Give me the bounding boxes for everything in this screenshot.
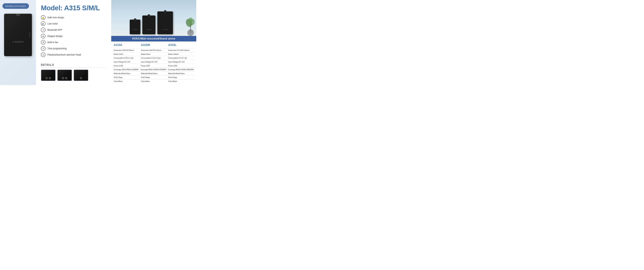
- spec-cell-dimension-l: Dimension:371*260*100mm: [167, 48, 195, 52]
- spec-cell-bottle-m: Bottle:500ml: [140, 52, 168, 56]
- feature-safe-lock-text: Safe lock design: [48, 16, 64, 19]
- spec-cell-nw-m: N.W:3.5kgs: [140, 76, 168, 79]
- fan-icon: ❋: [41, 40, 46, 45]
- spec-cell-nw-s: N.W:2.3kgs: [113, 76, 140, 79]
- specs-header-row: A315S A315M A315L: [113, 43, 195, 47]
- feature-timer-text: Time programming: [48, 47, 66, 50]
- plant-decoration-icon: [186, 15, 196, 36]
- spec-cell-power-s: Power:5.5W: [113, 64, 140, 68]
- spec-cell-bottle-s: Bottle:150ml: [113, 52, 140, 56]
- spec-row-power: Power:5.5W Power:10W Power:15W: [113, 64, 195, 68]
- details-section: DETAILS: [41, 63, 106, 81]
- hvac-banner-text: HVAC/Wall-mounted/Stand alone: [132, 37, 175, 40]
- timer-icon: ⏱: [41, 46, 46, 51]
- spec-cell-consumption-m: Consumption:0.13-2.5 g/h: [140, 56, 168, 60]
- thumb-detail-1: [46, 77, 51, 79]
- thumbnail-3: [74, 70, 88, 81]
- spec-cell-color-s: Color:Black: [113, 80, 140, 83]
- spec-cell-materials-m: Materials:Metal,Glass: [140, 72, 168, 75]
- spec-cell-voltage-l: Input Voltage:DC 12V: [167, 60, 195, 64]
- spec-row-coverage: Coverage:150m²/450m³/16000ft³ Coverage:5…: [113, 68, 195, 72]
- safe-lock-icon: 🔒: [41, 15, 46, 20]
- thumb-detail-2: [62, 77, 68, 79]
- brand-label: AROMA DIFFUSER: [6, 5, 26, 7]
- spec-cell-color-m: Color:Black: [140, 80, 168, 83]
- spec-cell-voltage-s: Input Voltage:DC 12V: [113, 60, 140, 64]
- spec-cell-bottle-l: Bottle:1000ml: [167, 52, 195, 56]
- spec-header-l: A315L: [167, 43, 195, 47]
- feature-timer: ⏱ Time programming: [41, 46, 106, 51]
- specs-table: A315S A315M A315L Dimension:188*90*250mm…: [111, 41, 196, 85]
- details-title: DETAILS: [41, 63, 106, 68]
- right-panel: ↺ SCENTА ↺ SCENTА ↺ SCENTА HVAC/Wall-mou…: [111, 0, 196, 85]
- device-small-logo: ↺ SCENTА: [132, 29, 138, 30]
- spec-cell-coverage-l: Coverage:800m²/2400m³/85000ft³: [167, 68, 195, 72]
- feature-low-noise: 🔉 Low noise: [41, 21, 106, 26]
- spec-cell-materials-s: Materials:Metal,Glass: [113, 72, 140, 75]
- brand-badge: AROMA DIFFUSER: [2, 3, 29, 9]
- thumb-circle: [62, 77, 64, 79]
- spec-cell-coverage-s: Coverage:150m²/450m³/16000ft³: [113, 68, 140, 72]
- product-image: ↺ SCENTА: [4, 14, 32, 56]
- device-medium: ↺ SCENTА: [142, 15, 156, 34]
- vent-line: [29, 34, 30, 34]
- device-medium-logo: ↺ SCENTА: [146, 29, 152, 30]
- feature-safe-lock: 🔒 Safe lock design: [41, 15, 106, 20]
- vent-line: [29, 37, 30, 37]
- spec-row-consumption: Consumption:0.05-1.2 g/h Consumption:0.1…: [113, 56, 195, 60]
- elegant-icon: ◈: [41, 34, 46, 38]
- thumb-circle: [80, 77, 82, 79]
- model-title: Model: A315 S/M/L: [41, 4, 106, 12]
- feature-atomizer-text: Plastic&Aluminum atomizer head: [48, 53, 81, 56]
- feature-fan: ❋ Built-in fan: [41, 40, 106, 45]
- spec-row-color: Color:Black Color:Black Color:Black: [113, 79, 195, 83]
- svg-point-4: [188, 17, 192, 23]
- spec-cell-nw-l: N.W:4.5kgs: [167, 76, 195, 79]
- hvac-banner: HVAC/Wall-mounted/Stand alone: [111, 36, 196, 41]
- bluetooth-icon: ✦: [41, 28, 46, 32]
- spec-cell-power-l: Power:15W: [167, 64, 195, 68]
- spec-row-bottle: Bottle:150ml Bottle:500ml Bottle:1000ml: [113, 52, 195, 56]
- thumb-detail-3: [80, 77, 82, 79]
- spec-cell-consumption-s: Consumption:0.05-1.2 g/h: [113, 56, 140, 60]
- vent-line: [29, 35, 30, 35]
- spec-cell-materials-l: Materials:Metal,Glass: [167, 72, 195, 75]
- feature-bluetooth: ✦ Bluetooth APP: [41, 28, 106, 32]
- spec-cell-consumption-l: Consumption:0.3-3.7 g/h: [167, 56, 195, 60]
- spec-cell-dimension-s: Dimension:188*90*250mm: [113, 48, 140, 52]
- page: AROMA DIFFUSER ↺ SCENTА Model: A315 S/M/…: [0, 0, 196, 85]
- low-noise-icon: 🔉: [41, 21, 46, 26]
- features-list: 🔒 Safe lock design 🔉 Low noise ✦ Bluetoo…: [41, 15, 106, 59]
- feature-elegant: ◈ Elegant design: [41, 34, 106, 38]
- feature-low-noise-text: Low noise: [48, 22, 58, 25]
- thumb-circle: [49, 77, 51, 79]
- thumbnail-2: [57, 70, 72, 81]
- thumbnail-1: [41, 70, 56, 81]
- atomizer-icon: ◎: [41, 52, 46, 57]
- feature-bluetooth-text: Bluetooth APP: [48, 28, 62, 31]
- device-small: ↺ SCENTА: [130, 20, 140, 34]
- vent-line: [29, 36, 30, 36]
- spec-cell-voltage-m: Input Voltage:DC 12V: [140, 60, 168, 64]
- thumb-circle: [65, 77, 68, 79]
- spec-cell-color-l: Color:Black: [167, 80, 195, 83]
- feature-elegant-text: Elegant design: [48, 35, 63, 37]
- product-vents: [29, 33, 30, 37]
- spec-header-s: A315S: [113, 43, 140, 47]
- left-panel: AROMA DIFFUSER ↺ SCENTА: [0, 0, 36, 85]
- spec-row-materials: Materials:Metal,Glass Materials:Metal,Gl…: [113, 72, 195, 75]
- spec-row-voltage: Input Voltage:DC 12V Input Voltage:DC 12…: [113, 60, 195, 64]
- vent-line: [29, 33, 30, 33]
- spec-cell-power-m: Power:10W: [140, 64, 168, 68]
- feature-fan-text: Built-in fan: [48, 41, 58, 44]
- product-logo: ↺ SCENTА: [12, 41, 24, 43]
- spec-row-dimension: Dimension:188*90*250mm Dimension:206*99*…: [113, 48, 195, 52]
- product-photo: ↺ SCENTА ↺ SCENTА ↺ SCENTА: [111, 0, 196, 36]
- spec-header-m: A315M: [140, 43, 168, 47]
- feature-atomizer: ◎ Plastic&Aluminum atomizer head: [41, 52, 106, 57]
- device-large-logo: ↺ SCENTА: [162, 29, 168, 30]
- photo-devices: ↺ SCENTА ↺ SCENTА ↺ SCENTА: [111, 0, 196, 36]
- details-thumbnails: [41, 70, 106, 81]
- spec-cell-coverage-m: Coverage:500m²/1500m³/53000ft³: [140, 68, 167, 72]
- device-large: ↺ SCENTА: [157, 11, 173, 34]
